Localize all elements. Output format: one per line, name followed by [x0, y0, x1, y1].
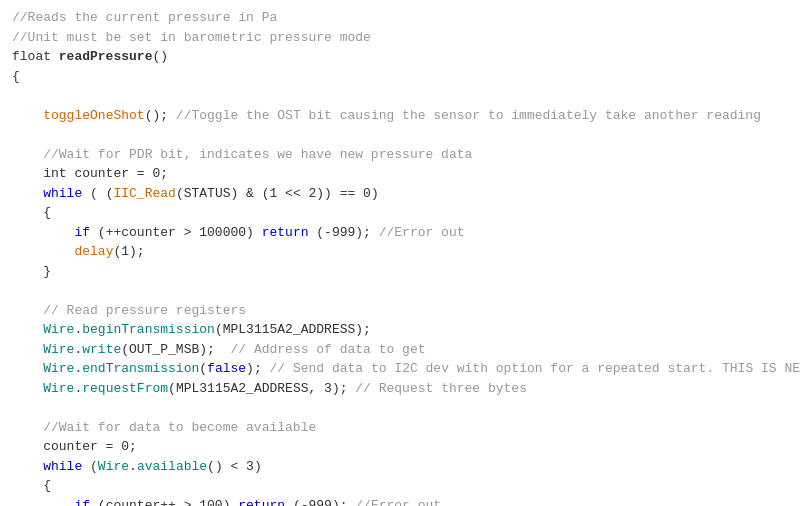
code-token — [12, 361, 43, 376]
code-token: (-999); — [285, 498, 355, 507]
code-token: // Read pressure registers — [43, 303, 246, 318]
code-token: (MPL3115A2_ADDRESS, 3); — [168, 381, 355, 396]
code-token: (); — [145, 108, 176, 123]
code-line: delay(1); — [12, 242, 788, 262]
code-token: //Error out — [355, 498, 441, 507]
code-line: //Wait for PDR bit, indicates we have ne… — [12, 145, 788, 165]
code-token: if — [74, 498, 90, 507]
code-token — [12, 381, 43, 396]
code-line: Wire.beginTransmission(MPL3115A2_ADDRESS… — [12, 320, 788, 340]
code-token: Wire — [43, 381, 74, 396]
code-token: while — [43, 459, 82, 474]
code-line: float readPressure() — [12, 47, 788, 67]
code-token: (-999); — [308, 225, 378, 240]
code-token — [12, 147, 43, 162]
code-line: Wire.endTransmission(false); // Send dat… — [12, 359, 788, 379]
code-token: Wire — [43, 342, 74, 357]
code-token — [12, 244, 74, 259]
code-line: if (++counter > 100000) return (-999); /… — [12, 223, 788, 243]
code-line — [12, 398, 788, 418]
code-token: //Wait for data to become available — [43, 420, 316, 435]
code-token: requestFrom — [82, 381, 168, 396]
code-token: // Address of data to get — [230, 342, 425, 357]
code-token: readPressure — [59, 49, 153, 64]
code-line: Wire.write(OUT_P_MSB); // Address of dat… — [12, 340, 788, 360]
code-line: { — [12, 67, 788, 87]
code-token — [12, 108, 43, 123]
code-token: () — [152, 49, 168, 64]
code-editor: //Reads the current pressure in Pa//Unit… — [0, 0, 800, 506]
code-token: () < 3) — [207, 459, 262, 474]
code-token — [12, 186, 43, 201]
code-token: int counter = 0; — [12, 166, 168, 181]
code-line: if (counter++ > 100) return (-999); //Er… — [12, 496, 788, 507]
code-token: ( — [82, 459, 98, 474]
code-token: } — [12, 264, 51, 279]
code-line: counter = 0; — [12, 437, 788, 457]
code-token: { — [12, 205, 51, 220]
code-line: Wire.requestFrom(MPL3115A2_ADDRESS, 3); … — [12, 379, 788, 399]
code-line: //Wait for data to become available — [12, 418, 788, 438]
code-token: Wire — [43, 361, 74, 376]
code-token: //Wait for PDR bit, indicates we have ne… — [43, 147, 472, 162]
code-token: Wire — [98, 459, 129, 474]
code-token: (1); — [113, 244, 144, 259]
code-token: ); — [246, 361, 269, 376]
code-line — [12, 281, 788, 301]
code-line: // Read pressure registers — [12, 301, 788, 321]
code-token: // Send data to I2C dev with option for … — [270, 361, 800, 376]
code-token: (STATUS) & (1 << 2)) == 0) — [176, 186, 379, 201]
code-token: (counter++ > 100) — [90, 498, 238, 507]
code-token: available — [137, 459, 207, 474]
code-line — [12, 125, 788, 145]
code-token: while — [43, 186, 82, 201]
code-token: beginTransmission — [82, 322, 215, 337]
code-token: counter = 0; — [12, 439, 137, 454]
code-token: ( — [199, 361, 207, 376]
code-token: //Reads the current pressure in Pa — [12, 10, 277, 25]
code-line: //Unit must be set in barometric pressur… — [12, 28, 788, 48]
code-token — [12, 322, 43, 337]
code-line: int counter = 0; — [12, 164, 788, 184]
code-token: (++counter > 100000) — [90, 225, 262, 240]
code-token: (OUT_P_MSB); — [121, 342, 230, 357]
code-token: { — [12, 478, 51, 493]
code-token — [12, 225, 74, 240]
code-token: Wire — [43, 322, 74, 337]
code-token: toggleOneShot — [43, 108, 144, 123]
code-token: { — [12, 69, 20, 84]
code-token: //Toggle the OST bit causing the sensor … — [176, 108, 761, 123]
code-token: return — [262, 225, 309, 240]
code-token — [12, 459, 43, 474]
code-token: . — [129, 459, 137, 474]
code-line: while (Wire.available() < 3) — [12, 457, 788, 477]
code-line: while ( (IIC_Read(STATUS) & (1 << 2)) ==… — [12, 184, 788, 204]
code-line: { — [12, 476, 788, 496]
code-token: IIC_Read — [113, 186, 175, 201]
code-line: //Reads the current pressure in Pa — [12, 8, 788, 28]
code-token: ( ( — [82, 186, 113, 201]
code-token: (MPL3115A2_ADDRESS); — [215, 322, 371, 337]
code-token: //Unit must be set in barometric pressur… — [12, 30, 371, 45]
code-token — [12, 303, 43, 318]
code-line: toggleOneShot(); //Toggle the OST bit ca… — [12, 106, 788, 126]
code-token: if — [74, 225, 90, 240]
code-token: false — [207, 361, 246, 376]
code-token: delay — [74, 244, 113, 259]
code-line — [12, 86, 788, 106]
code-token: endTransmission — [82, 361, 199, 376]
code-line: } — [12, 262, 788, 282]
code-token: return — [238, 498, 285, 507]
code-token — [12, 420, 43, 435]
code-line: { — [12, 203, 788, 223]
code-token: // Request three bytes — [355, 381, 527, 396]
code-token: float — [12, 49, 59, 64]
code-token — [12, 342, 43, 357]
code-token: //Error out — [379, 225, 465, 240]
code-token: write — [82, 342, 121, 357]
code-token — [12, 498, 74, 507]
